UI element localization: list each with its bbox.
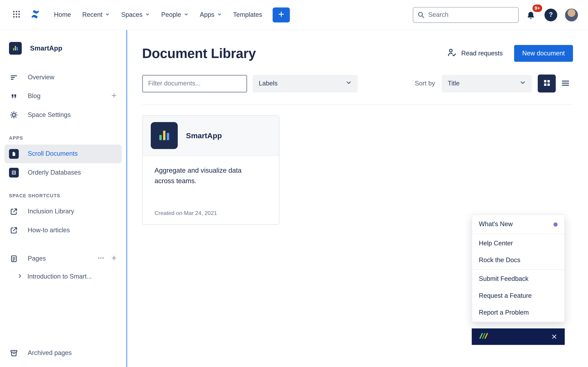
- top-navigation-bar: Home Recent Spaces People Apps Templates: [0, 0, 588, 30]
- labels-dropdown-value: Labels: [259, 80, 277, 87]
- list-view-button[interactable]: [558, 75, 573, 92]
- add-page-icon[interactable]: [111, 254, 117, 263]
- new-document-button[interactable]: New document: [514, 45, 573, 62]
- nav-item-apps[interactable]: Apps: [195, 7, 226, 22]
- overview-icon: [9, 73, 19, 82]
- grid-view-icon: [543, 79, 550, 88]
- chevron-down-icon: [217, 11, 222, 18]
- sidebar-section-apps: APPS: [9, 136, 117, 141]
- create-button[interactable]: [273, 7, 290, 22]
- document-description: Aggregate and visualize data across team…: [155, 166, 258, 186]
- nav-item-label: Home: [54, 11, 71, 18]
- sidebar-item-label: Pages: [28, 255, 46, 262]
- sidebar-item-label: Inclusion Library: [28, 208, 74, 215]
- space-name: SmartApp: [30, 44, 62, 52]
- grid-apps-icon: [12, 10, 21, 20]
- help-menu-item-request-a-feature[interactable]: Request a Feature: [472, 287, 564, 304]
- search-input[interactable]: [413, 7, 519, 23]
- new-indicator-dot: [553, 222, 558, 226]
- filter-documents-input[interactable]: [142, 75, 247, 92]
- external-link-icon: [9, 226, 19, 234]
- document-card-header: SmartApp: [142, 116, 279, 156]
- sidebar-item-howto-articles[interactable]: How-to articles: [5, 221, 122, 240]
- sidebar-item-space-settings[interactable]: Space Settings: [5, 106, 122, 124]
- nav-item-label: People: [161, 11, 181, 18]
- question-mark-icon: ?: [549, 11, 553, 18]
- blog-actions: [111, 92, 117, 100]
- list-view-icon: [561, 78, 570, 89]
- sidebar-item-introduction-page[interactable]: Introduction to Smart...: [5, 268, 122, 285]
- help-button[interactable]: ?: [545, 8, 557, 21]
- help-menu-item-whats-new[interactable]: What's New: [472, 215, 564, 234]
- add-blog-icon[interactable]: [111, 92, 117, 100]
- sort-by-label: Sort by: [415, 80, 435, 87]
- sidebar-item-inclusion-library[interactable]: Inclusion Library: [5, 202, 122, 221]
- vendor-widget-bar: [472, 328, 565, 345]
- help-menu-item-report-a-problem[interactable]: Report a Problem: [472, 304, 564, 321]
- person-check-icon: [447, 48, 457, 59]
- document-title: SmartApp: [186, 131, 222, 140]
- menu-item-label: Request a Feature: [479, 292, 532, 299]
- nav-item-templates[interactable]: Templates: [229, 7, 267, 22]
- topnav-right-group: 9+ ?: [413, 7, 578, 23]
- sidebar-item-label: Introduction to Smart...: [27, 273, 92, 281]
- app-switcher-button[interactable]: [9, 7, 24, 22]
- notifications-button[interactable]: 9+: [526, 8, 537, 22]
- nav-item-label: Recent: [82, 11, 102, 18]
- confluence-logo[interactable]: [29, 8, 41, 21]
- close-icon[interactable]: [549, 331, 560, 342]
- space-logo-icon: [9, 42, 22, 55]
- grid-view-button[interactable]: [538, 75, 556, 92]
- more-horizontal-icon[interactable]: [97, 254, 105, 264]
- document-created-date: Created on Mar 24, 2021: [155, 210, 267, 216]
- menu-item-label: Help Center: [479, 239, 513, 247]
- sidebar-item-label: Space Settings: [28, 111, 71, 119]
- page-icon: [9, 255, 19, 263]
- help-menu-group-feedback: Submit Feedback Request a Feature Report…: [472, 269, 564, 322]
- help-menu-item-help-center[interactable]: Help Center: [472, 235, 564, 252]
- bell-icon: [526, 15, 536, 21]
- sidebar-item-label: Archived pages: [28, 349, 72, 357]
- sidebar-item-orderly-databases[interactable]: Orderly Databases: [5, 163, 122, 182]
- chevron-down-icon: [346, 80, 352, 87]
- sidebar-item-label: How-to articles: [28, 226, 70, 234]
- menu-item-label: Submit Feedback: [479, 275, 528, 283]
- sidebar-item-overview[interactable]: Overview: [5, 68, 122, 87]
- read-requests-button[interactable]: Read requests: [447, 48, 503, 59]
- help-menu-group-docs: Help Center Rock the Docs: [472, 234, 564, 269]
- confluence-logo-icon: [29, 8, 41, 21]
- sidebar-item-label: Orderly Databases: [28, 169, 81, 176]
- sidebar-item-scroll-documents[interactable]: Scroll Documents: [5, 144, 122, 163]
- sort-dropdown-value: Title: [448, 80, 459, 87]
- pages-actions: [97, 254, 117, 264]
- nav-item-label: Templates: [233, 11, 262, 18]
- orderly-databases-icon: [9, 168, 19, 178]
- help-menu-item-submit-feedback[interactable]: Submit Feedback: [472, 270, 564, 287]
- user-avatar[interactable]: [565, 8, 578, 22]
- sidebar-item-archived-pages[interactable]: Archived pages: [5, 344, 122, 362]
- nav-item-label: Spaces: [121, 11, 143, 18]
- nav-item-spaces[interactable]: Spaces: [117, 7, 155, 22]
- sidebar-item-pages[interactable]: Pages: [5, 249, 122, 268]
- space-header[interactable]: SmartApp: [5, 42, 122, 55]
- page-header: Document Library Read requests New docum…: [142, 45, 573, 62]
- nav-item-home[interactable]: Home: [50, 7, 76, 22]
- nav-item-label: Apps: [200, 11, 214, 18]
- sort-dropdown[interactable]: Title: [442, 75, 532, 92]
- global-search: [413, 7, 519, 23]
- document-card[interactable]: SmartApp Aggregate and visualize data ac…: [142, 115, 279, 225]
- sidebar-item-label: Overview: [28, 74, 54, 81]
- nav-item-people[interactable]: People: [157, 7, 193, 22]
- space-sidebar: SmartApp Overview Blog Space Settings AP…: [0, 30, 127, 367]
- header-actions: Read requests New document: [447, 45, 573, 62]
- sidebar-item-blog[interactable]: Blog: [5, 87, 122, 106]
- gear-icon: [9, 111, 19, 119]
- labels-dropdown[interactable]: Labels: [253, 75, 358, 92]
- chevron-right-icon[interactable]: [17, 273, 23, 281]
- menu-item-label: Report a Problem: [479, 309, 529, 316]
- nav-item-recent[interactable]: Recent: [78, 7, 114, 22]
- document-card-body: Aggregate and visualize data across team…: [142, 156, 279, 224]
- plus-icon: [277, 10, 285, 19]
- help-menu-item-rock-the-docs[interactable]: Rock the Docs: [472, 252, 564, 268]
- external-link-icon: [9, 208, 19, 216]
